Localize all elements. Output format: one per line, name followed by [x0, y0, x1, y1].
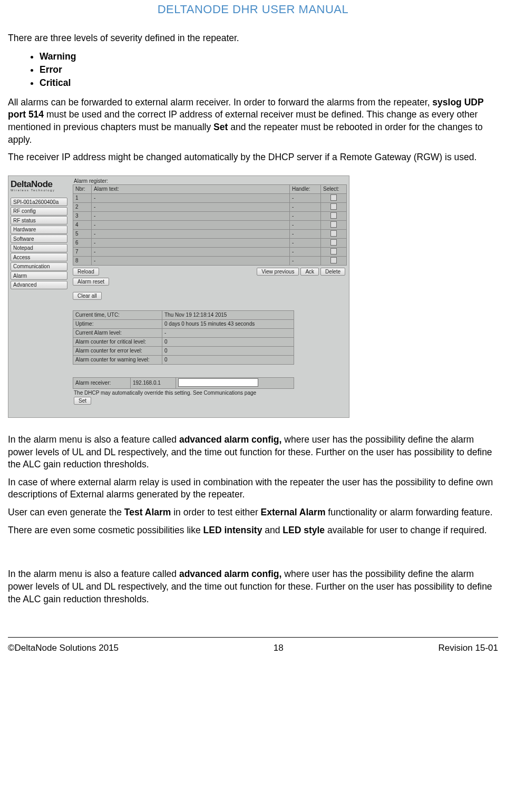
- status-key: Current Alarm level:: [73, 328, 162, 337]
- ack-button[interactable]: Ack: [300, 268, 319, 276]
- col-nbr: Nbr:: [73, 184, 92, 193]
- bold-test-alarm: Test Alarm: [124, 507, 171, 517]
- button-row-3: Clear all: [73, 292, 347, 300]
- table-row: 3--: [73, 211, 347, 220]
- cell-handle: -: [290, 202, 321, 211]
- select-checkbox[interactable]: [330, 239, 337, 246]
- cell-text: -: [92, 202, 290, 211]
- status-value: 0: [162, 346, 294, 355]
- reload-button[interactable]: Reload: [73, 268, 99, 276]
- alarm-screenshot: DeltaNode Wireless Technology SPI-001a26…: [8, 175, 349, 418]
- nav-notepad[interactable]: Notepad: [11, 244, 67, 252]
- receiver-label: Alarm receiver:: [73, 377, 131, 388]
- status-value: -: [162, 328, 294, 337]
- text: All alarms can be forwarded to external …: [8, 97, 432, 107]
- intro-p3: The receiver IP address might be changed…: [8, 151, 498, 164]
- footer-revision: Revision 15-01: [439, 643, 498, 653]
- cell-nbr: 2: [73, 202, 92, 211]
- nav-alarm[interactable]: Alarm: [11, 271, 67, 280]
- select-checkbox[interactable]: [330, 212, 337, 219]
- text: in order to test either: [171, 507, 260, 517]
- logo: DeltaNode Wireless Technology: [8, 176, 71, 193]
- cell-nbr: 1: [73, 193, 92, 202]
- logo-tag: Wireless Technology: [11, 189, 70, 192]
- nav-spi[interactable]: SPI-001a2600400a: [11, 198, 67, 206]
- text: There are even some cosmetic possibiliti…: [8, 525, 203, 535]
- cell-text: -: [92, 247, 290, 256]
- nav-software[interactable]: Software: [11, 234, 67, 243]
- after-p4: There are even some cosmetic possibiliti…: [8, 524, 498, 537]
- table-row: 2--: [73, 202, 347, 211]
- bold-advanced-alarm-2: advanced alarm config,: [179, 569, 282, 579]
- alarm-reset-button[interactable]: Alarm reset: [73, 278, 109, 286]
- severity-error: Error: [40, 63, 498, 76]
- after-p3: User can even generate the Test Alarm in…: [8, 506, 498, 519]
- col-alarm-text: Alarm text:: [92, 184, 290, 193]
- cell-handle: -: [290, 211, 321, 220]
- alarm-register-table: Nbr: Alarm text: Handle: Select: 1-- 2--…: [73, 184, 347, 266]
- text: functionality or alarm forwarding featur…: [325, 507, 492, 517]
- cell-text: -: [92, 211, 290, 220]
- table-row: 1--: [73, 193, 347, 202]
- receiver-input[interactable]: [178, 378, 258, 387]
- cell-text: -: [92, 256, 290, 265]
- col-handle: Handle:: [290, 184, 321, 193]
- status-row: Current Alarm level:-: [73, 328, 294, 337]
- severity-warning: Warning: [40, 50, 498, 63]
- nav-access[interactable]: Access: [11, 253, 67, 261]
- select-checkbox[interactable]: [330, 248, 337, 255]
- status-value: 0 days 0 hours 15 minutes 43 seconds: [162, 319, 294, 328]
- status-row: Alarm counter for error level:0: [73, 346, 294, 355]
- status-key: Alarm counter for warning level:: [73, 355, 162, 364]
- after-p1: In the alarm menu is also a feature call…: [8, 434, 498, 471]
- select-checkbox[interactable]: [330, 221, 337, 228]
- page-header-title: DELTANODE DHR USER MANUAL: [8, 0, 498, 16]
- cell-nbr: 7: [73, 247, 92, 256]
- bold-led-style: LED style: [283, 525, 325, 535]
- severity-list: Warning Error Critical: [8, 50, 498, 90]
- delete-button[interactable]: Delete: [320, 268, 345, 276]
- bold-set: Set: [213, 122, 228, 132]
- nav-hardware[interactable]: Hardware: [11, 226, 67, 234]
- intro-p1: There are three levels of severity defin…: [8, 32, 498, 45]
- footer-page-number: 18: [274, 643, 284, 653]
- select-checkbox[interactable]: [330, 203, 337, 210]
- nav-communication[interactable]: Communication: [11, 262, 67, 271]
- nav-rf-status[interactable]: RF status: [11, 216, 67, 224]
- status-row: Alarm counter for warning level:0: [73, 355, 294, 364]
- status-table: Current time, UTC:Thu Nov 19 12:18:14 20…: [73, 310, 294, 365]
- cell-text: -: [92, 193, 290, 202]
- receiver-ip: 192.168.0.1: [131, 377, 176, 388]
- table-row: 7--: [73, 247, 347, 256]
- status-row: Alarm counter for critical level:0: [73, 337, 294, 346]
- text: In the alarm menu is also a feature call…: [8, 569, 179, 579]
- status-key: Uptime:: [73, 319, 162, 328]
- table-row: 6--: [73, 238, 347, 247]
- bold-led-intensity: LED intensity: [203, 525, 262, 535]
- select-checkbox[interactable]: [330, 257, 337, 263]
- after-p2: In case of where external alarm relay is…: [8, 476, 498, 501]
- footer-copyright: ©DeltaNode Solutions 2015: [8, 643, 119, 653]
- nav-advanced[interactable]: Advanced: [11, 281, 67, 289]
- cell-handle: -: [290, 229, 321, 238]
- alarm-register-title: Alarm register:: [74, 178, 347, 184]
- view-previous-button[interactable]: View previous: [257, 268, 299, 276]
- receiver-table: Alarm receiver: 192.168.0.1: [73, 377, 294, 389]
- screenshot-content: Alarm register: Nbr: Alarm text: Handle:…: [73, 178, 347, 415]
- select-checkbox[interactable]: [330, 230, 337, 237]
- text: and: [262, 525, 283, 535]
- set-button[interactable]: Set: [74, 397, 91, 405]
- nav-rf-config[interactable]: RF config: [11, 207, 67, 216]
- intro-p2: All alarms can be forwarded to external …: [8, 96, 498, 146]
- dhcp-note: The DHCP may automatically override this…: [74, 390, 347, 396]
- status-key: Alarm counter for error level:: [73, 346, 162, 355]
- severity-critical: Critical: [40, 76, 498, 90]
- select-checkbox[interactable]: [330, 194, 337, 201]
- status-key: Alarm counter for critical level:: [73, 337, 162, 346]
- table-row: 5--: [73, 229, 347, 238]
- clear-all-button[interactable]: Clear all: [73, 292, 102, 300]
- table-row: 8--: [73, 256, 347, 265]
- status-key: Current time, UTC:: [73, 310, 162, 319]
- bold-advanced-alarm: advanced alarm config,: [179, 434, 282, 445]
- status-value: 0: [162, 337, 294, 346]
